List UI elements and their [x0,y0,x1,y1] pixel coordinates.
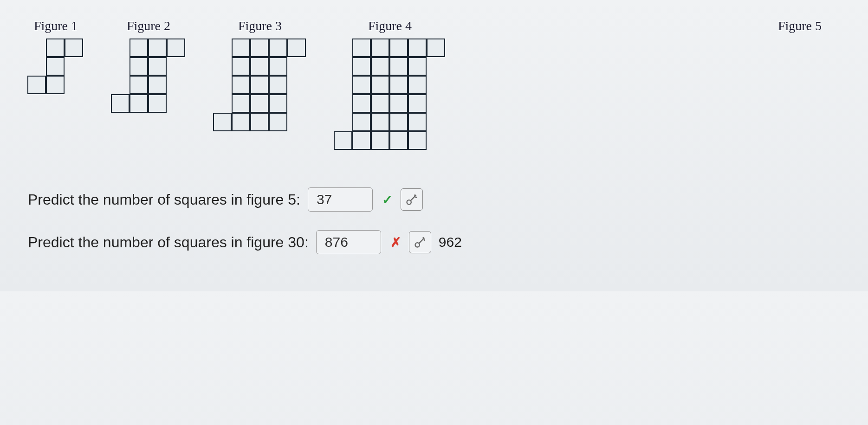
figure-3-grid [214,39,306,132]
sigma-icon [405,193,418,206]
question-2-answer-input[interactable]: 876 [316,230,381,254]
figure-4: Figure 4 [334,19,446,150]
svg-point-3 [415,197,417,199]
check-icon: ✓ [379,191,396,208]
svg-point-6 [422,237,424,239]
figure-2-grid [111,39,186,113]
svg-point-4 [415,243,419,247]
question-2-row: Predict the number of squares in figure … [28,230,840,254]
svg-point-0 [407,200,411,204]
question-1-answer-input[interactable]: 37 [308,187,373,212]
figure-3: Figure 3 [214,19,306,132]
question-1-prompt: Predict the number of squares in figure … [28,191,300,208]
figure-4-grid [334,39,446,150]
formula-button-1[interactable] [401,188,423,211]
figure-3-label: Figure 3 [238,19,282,33]
svg-line-1 [411,195,416,201]
sigma-icon [414,236,427,249]
figures-row: Figure 1 Figure 2 Figure 3 Figure 4 [28,19,840,150]
svg-line-5 [419,238,424,244]
question-2-prompt: Predict the number of squares in figure … [28,234,309,251]
figure-1-label: Figure 1 [34,19,78,33]
figure-2: Figure 2 [111,19,186,113]
svg-point-7 [423,239,425,241]
figure-1-grid [28,39,84,95]
question-1-row: Predict the number of squares in figure … [28,187,840,212]
formula-button-2[interactable] [409,231,431,253]
cross-icon: ✗ [388,234,404,251]
figure-4-label: Figure 4 [368,19,412,33]
figure-2-label: Figure 2 [127,19,170,33]
figure-5: Figure 5 [778,19,822,39]
question-2-correct-value: 962 [439,234,462,250]
figure-1: Figure 1 [28,19,84,95]
svg-point-2 [414,194,416,196]
figure-5-label: Figure 5 [778,19,822,33]
